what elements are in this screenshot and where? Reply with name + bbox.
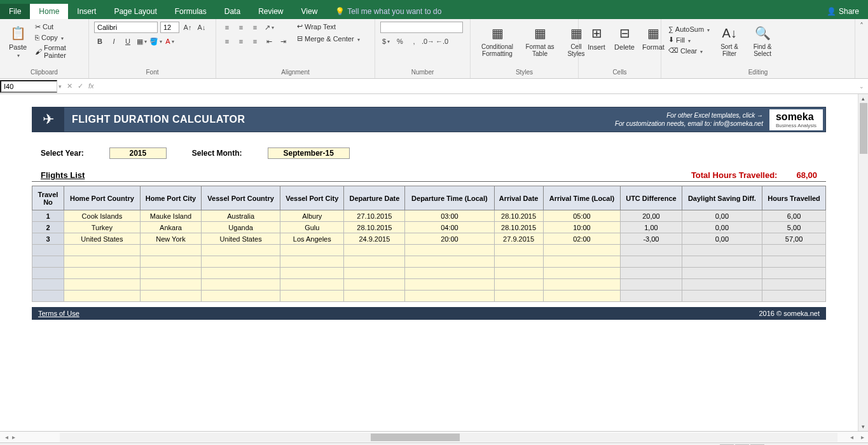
table-cell[interactable] (682, 291, 762, 302)
table-cell[interactable]: 28.10.2015 (494, 210, 543, 222)
table-cell[interactable]: Uganda (202, 222, 280, 233)
table-cell[interactable] (344, 268, 405, 279)
share-button[interactable]: 👤Share (818, 7, 868, 16)
table-cell[interactable] (543, 291, 621, 302)
table-cell[interactable] (64, 268, 141, 279)
accounting-format-icon[interactable]: $ (380, 36, 392, 47)
table-cell[interactable]: 27.9.2015 (494, 233, 543, 245)
table-cell[interactable] (280, 256, 344, 268)
table-cell[interactable] (344, 256, 405, 268)
table-cell[interactable]: 28.10.2015 (344, 222, 405, 233)
number-format-select[interactable] (380, 22, 463, 33)
table-cell[interactable] (543, 245, 621, 256)
table-cell[interactable]: 0,00 (682, 233, 762, 245)
clear-button[interactable]: ⌫Clear (666, 46, 712, 55)
table-cell[interactable] (494, 268, 543, 279)
table-cell[interactable] (621, 268, 682, 279)
table-cell[interactable]: 57,00 (762, 233, 826, 245)
table-cell[interactable]: New York (140, 233, 201, 245)
align-right-icon[interactable]: ≡ (249, 36, 261, 47)
table-cell[interactable] (494, 245, 543, 256)
table-cell[interactable] (682, 279, 762, 291)
scroll-left-icon[interactable]: ◂ (846, 434, 857, 441)
table-row[interactable]: 2TurkeyAnkaraUgandaGulu28.10.201504:0028… (32, 222, 826, 233)
orientation-icon[interactable]: ↗ (263, 22, 275, 33)
table-cell[interactable] (621, 279, 682, 291)
enter-icon[interactable]: ✓ (78, 82, 83, 90)
table-row[interactable]: 3United StatesNew YorkUnited StatesLos A… (32, 233, 826, 245)
table-cell[interactable] (543, 279, 621, 291)
table-cell[interactable] (405, 279, 494, 291)
table-cell[interactable]: Gulu (280, 222, 344, 233)
align-middle-icon[interactable]: ≡ (235, 22, 247, 33)
decrease-decimal-icon[interactable]: ←.0 (436, 36, 448, 47)
table-cell[interactable]: 1,00 (621, 222, 682, 233)
paste-button[interactable]: 📋 Paste (5, 22, 31, 60)
table-cell[interactable] (621, 291, 682, 302)
table-cell[interactable] (405, 291, 494, 302)
table-cell[interactable] (202, 291, 280, 302)
tell-me[interactable]: 💡Tell me what you want to do (326, 7, 450, 16)
table-cell[interactable]: 28.10.2015 (494, 222, 543, 233)
collapse-ribbon-icon[interactable]: ˄ (855, 19, 868, 78)
table-cell[interactable]: 24.9.2015 (344, 233, 405, 245)
table-cell[interactable] (202, 268, 280, 279)
table-cell[interactable]: Mauke Island (140, 210, 201, 222)
table-cell[interactable]: 2 (32, 222, 64, 233)
find-select-button[interactable]: 🔍Find & Select (747, 22, 778, 58)
italic-button[interactable]: I (108, 36, 120, 47)
sort-filter-button[interactable]: A↓Sort & Filter (714, 22, 745, 58)
table-cell[interactable]: 3 (32, 233, 64, 245)
table-cell[interactable] (762, 279, 826, 291)
table-cell[interactable] (405, 245, 494, 256)
table-cell[interactable] (762, 256, 826, 268)
vertical-scrollbar[interactable]: ▴ ▾ (858, 94, 868, 431)
worksheet[interactable]: ✈ FLIGHT DURATION CALCULATOR For other E… (0, 94, 858, 431)
table-cell[interactable]: Cook Islands (64, 210, 141, 222)
table-cell[interactable]: United States (202, 233, 280, 245)
format-as-table-button[interactable]: ▦Format as Table (521, 22, 558, 58)
table-cell[interactable] (543, 256, 621, 268)
fill-button[interactable]: ⬇Fill (666, 35, 712, 44)
table-cell[interactable] (64, 279, 141, 291)
table-cell[interactable] (682, 245, 762, 256)
table-cell[interactable]: Ankara (140, 222, 201, 233)
table-row[interactable] (32, 245, 826, 256)
table-cell[interactable] (32, 268, 64, 279)
table-cell[interactable] (621, 245, 682, 256)
scroll-right-icon[interactable]: ▸ (857, 434, 868, 441)
comma-format-icon[interactable]: , (408, 36, 420, 47)
table-cell[interactable] (543, 268, 621, 279)
tab-page-layout[interactable]: Page Layout (105, 4, 165, 19)
terms-of-use-link[interactable]: Terms of Use (38, 310, 79, 317)
formula-input[interactable] (98, 81, 855, 92)
year-select[interactable]: 2015 (109, 147, 167, 159)
table-cell[interactable]: -3,00 (621, 233, 682, 245)
table-cell[interactable] (494, 279, 543, 291)
fill-color-button[interactable]: 🪣 (150, 36, 162, 47)
tab-insert[interactable]: Insert (68, 4, 105, 19)
table-cell[interactable]: 0,00 (682, 210, 762, 222)
table-cell[interactable] (140, 245, 201, 256)
align-top-icon[interactable]: ≡ (221, 22, 233, 33)
tab-file[interactable]: File (0, 4, 30, 19)
table-cell[interactable] (762, 291, 826, 302)
tab-formulas[interactable]: Formulas (166, 4, 216, 19)
indent-left-icon[interactable]: ⇤ (263, 36, 275, 47)
table-cell[interactable]: United States (64, 233, 141, 245)
table-cell[interactable]: 03:00 (405, 210, 494, 222)
chevron-down-icon[interactable]: ▾ (57, 83, 63, 90)
table-cell[interactable] (32, 279, 64, 291)
font-color-button[interactable]: A (164, 36, 176, 47)
table-row[interactable] (32, 279, 826, 291)
table-cell[interactable] (64, 291, 141, 302)
table-cell[interactable] (280, 245, 344, 256)
table-cell[interactable]: 20:00 (405, 233, 494, 245)
table-cell[interactable] (494, 256, 543, 268)
font-size-select[interactable] (160, 22, 179, 33)
horizontal-scrollbar[interactable] (60, 433, 837, 442)
table-cell[interactable] (621, 256, 682, 268)
increase-decimal-icon[interactable]: .0→ (422, 36, 434, 47)
table-cell[interactable] (202, 256, 280, 268)
autosum-button[interactable]: ∑AutoSum (666, 25, 712, 34)
